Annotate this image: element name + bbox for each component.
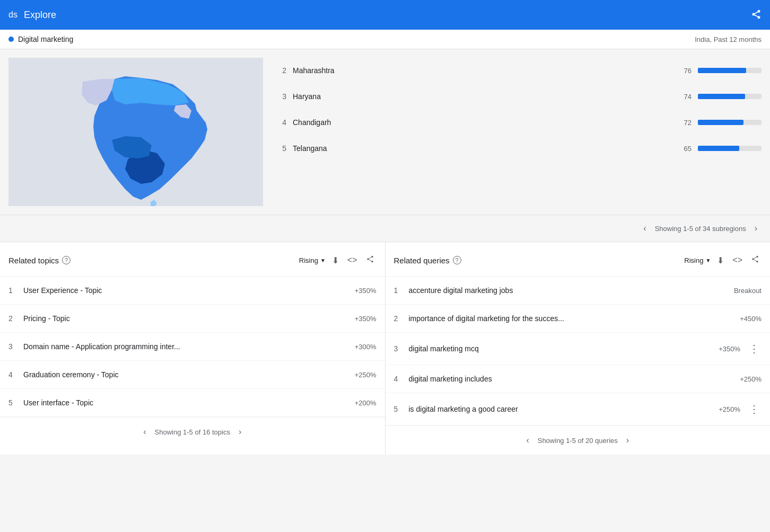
query-name: digital marketing mcq bbox=[409, 344, 713, 353]
topics-title-text: Related topics bbox=[8, 256, 59, 265]
related-topics-panel: Related topics ? Rising ▼ ⬇ <> bbox=[0, 242, 386, 455]
topics-code-icon[interactable]: <> bbox=[345, 253, 360, 267]
query-more-icon[interactable]: ⋮ bbox=[747, 403, 762, 415]
bottom-panels: Related topics ? Rising ▼ ⬇ <> bbox=[0, 242, 770, 455]
region-bar-fill bbox=[698, 94, 745, 99]
queries-code-icon[interactable]: <> bbox=[730, 253, 745, 267]
topics-dropdown-arrow: ▼ bbox=[320, 258, 326, 263]
topic-value: +200% bbox=[355, 399, 377, 407]
region-bar-fill bbox=[698, 146, 739, 151]
topic-name: Pricing - Topic bbox=[23, 314, 348, 323]
region-bar-container bbox=[698, 94, 762, 99]
region-rank: 3 bbox=[276, 92, 286, 101]
region-bar-container bbox=[698, 120, 762, 125]
query-value: +350% bbox=[719, 345, 740, 353]
query-rank: 5 bbox=[394, 405, 402, 413]
topic-item-1: 1 User Experience - Topic +350% bbox=[0, 277, 385, 305]
topics-download-icon[interactable]: ⬇ bbox=[330, 253, 341, 268]
india-map bbox=[8, 58, 263, 206]
queries-controls: Rising ▼ ⬇ <> bbox=[684, 253, 762, 268]
topic-rank: 5 bbox=[8, 398, 17, 407]
map-regions-section: 2 Maharashtra 76 3 Haryana 74 4 Chandiga… bbox=[0, 49, 770, 215]
region-row-haryana: 3 Haryana 74 bbox=[276, 84, 762, 110]
query-name: accenture digital marketing jobs bbox=[409, 286, 728, 295]
topic-value: +250% bbox=[355, 371, 377, 379]
topics-prev-button[interactable]: ‹ bbox=[139, 425, 150, 439]
topic-rank: 3 bbox=[8, 342, 17, 351]
queries-prev-button[interactable]: ‹ bbox=[522, 433, 533, 447]
topics-panel-title: Related topics ? bbox=[8, 256, 71, 265]
svg-line-9 bbox=[369, 260, 371, 261]
queries-next-button[interactable]: › bbox=[622, 433, 633, 447]
query-rank: 3 bbox=[394, 344, 402, 353]
queries-pagination: ‹ Showing 1-5 of 20 queries › bbox=[386, 425, 771, 455]
location-time: India, Past 12 months bbox=[695, 36, 762, 43]
topic-value: +350% bbox=[355, 287, 377, 295]
topics-controls: Rising ▼ ⬇ <> bbox=[299, 253, 377, 268]
queries-help-icon[interactable]: ? bbox=[453, 256, 461, 264]
query-rank: 2 bbox=[394, 314, 402, 323]
blue-dot-indicator bbox=[8, 37, 14, 42]
queries-download-icon[interactable]: ⬇ bbox=[715, 253, 726, 268]
topic-name: User interface - Topic bbox=[23, 398, 348, 407]
region-bar-container bbox=[698, 68, 762, 73]
queries-share-icon[interactable] bbox=[749, 253, 762, 268]
regions-prev-button[interactable]: ‹ bbox=[639, 221, 650, 235]
topics-pagination: ‹ Showing 1-5 of 16 topics › bbox=[0, 417, 385, 446]
region-rank: 5 bbox=[276, 144, 286, 153]
topics-next-button[interactable]: › bbox=[234, 425, 246, 439]
queries-title-text: Related queries bbox=[394, 256, 450, 265]
region-bar-fill bbox=[698, 68, 746, 73]
svg-line-10 bbox=[369, 257, 371, 259]
related-queries-panel: Related queries ? Rising ▼ ⬇ <> bbox=[386, 242, 771, 455]
region-name: Chandigarh bbox=[293, 118, 669, 127]
region-score: 65 bbox=[676, 145, 692, 153]
region-row-maharashtra: 2 Maharashtra 76 bbox=[276, 58, 762, 84]
regions-next-button[interactable]: › bbox=[750, 221, 762, 235]
svg-line-14 bbox=[754, 260, 757, 261]
query-more-icon[interactable]: ⋮ bbox=[747, 342, 762, 355]
query-item-3: 3 digital marketing mcq +350% ⋮ bbox=[386, 333, 771, 365]
topics-filter-dropdown[interactable]: Rising ▼ bbox=[299, 256, 326, 264]
region-bar-container bbox=[698, 146, 762, 151]
query-value: +250% bbox=[740, 375, 762, 383]
region-score: 74 bbox=[676, 93, 692, 101]
topic-value: +350% bbox=[355, 315, 377, 323]
region-name: Telangana bbox=[293, 144, 669, 153]
topics-share-icon[interactable] bbox=[364, 253, 377, 268]
topic-item-2: 2 Pricing - Topic +350% bbox=[0, 305, 385, 333]
topics-help-icon[interactable]: ? bbox=[62, 256, 71, 264]
queries-filter-dropdown[interactable]: Rising ▼ bbox=[684, 256, 711, 264]
query-rank: 1 bbox=[394, 286, 402, 295]
queries-dropdown-arrow: ▼ bbox=[705, 258, 711, 263]
svg-point-0 bbox=[758, 10, 760, 12]
queries-filter-label: Rising bbox=[684, 256, 703, 264]
query-name: digital marketing includes bbox=[409, 375, 734, 383]
svg-point-6 bbox=[371, 256, 373, 258]
svg-line-3 bbox=[755, 15, 758, 16]
svg-point-8 bbox=[371, 261, 373, 262]
queries-panel-title: Related queries ? bbox=[394, 256, 461, 265]
header-left: ds Explore bbox=[8, 10, 56, 21]
regions-pagination-text: Showing 1-5 of 34 subregions bbox=[655, 225, 746, 233]
topic-value: +300% bbox=[355, 343, 377, 351]
topics-panel-header: Related topics ? Rising ▼ ⬇ <> bbox=[0, 242, 385, 277]
queries-pagination-text: Showing 1-5 of 20 queries bbox=[538, 437, 618, 445]
region-row-chandigarh: 4 Chandigarh 72 bbox=[276, 110, 762, 136]
region-rank: 2 bbox=[276, 66, 286, 75]
map-container bbox=[8, 58, 263, 206]
query-item-4: 4 digital marketing includes +250% bbox=[386, 365, 771, 393]
svg-point-2 bbox=[758, 16, 760, 19]
share-icon[interactable] bbox=[751, 9, 762, 21]
queries-panel-header: Related queries ? Rising ▼ ⬇ <> bbox=[386, 242, 771, 277]
svg-point-7 bbox=[367, 258, 369, 260]
topics-pagination-text: Showing 1-5 of 16 topics bbox=[155, 428, 230, 436]
back-label[interactable]: ds bbox=[8, 10, 18, 20]
search-term-text: Digital marketing bbox=[18, 35, 73, 43]
svg-line-4 bbox=[755, 12, 758, 13]
topic-item-4: 4 Graduation ceremony - Topic +250% bbox=[0, 361, 385, 389]
topic-item-5: 5 User interface - Topic +200% bbox=[0, 389, 385, 417]
query-name: is digital marketing a good career bbox=[409, 405, 713, 413]
region-bar-fill bbox=[698, 120, 743, 125]
search-term-container: Digital marketing bbox=[8, 35, 73, 43]
